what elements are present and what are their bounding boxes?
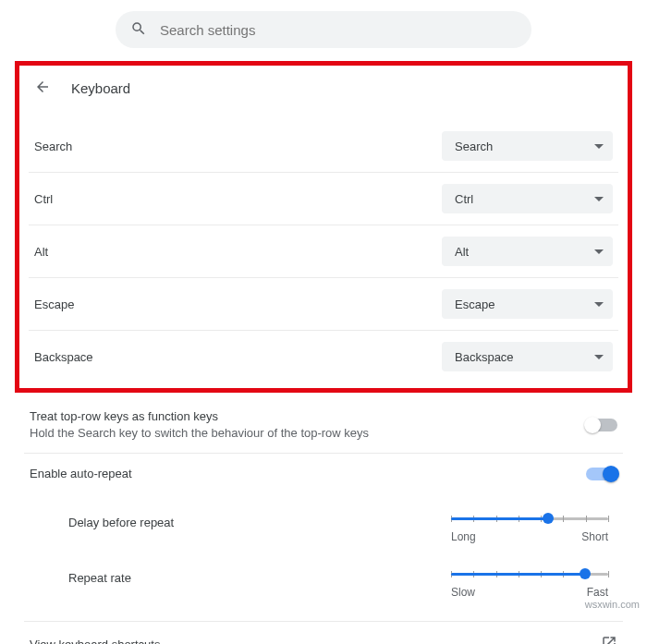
slider-left-label: Long: [451, 530, 476, 543]
back-button[interactable]: [34, 79, 51, 98]
slider-right-label: Short: [581, 530, 608, 543]
open-external-icon: [601, 635, 617, 644]
caret-down-icon: [594, 302, 604, 307]
caret-down-icon: [594, 197, 604, 201]
dropdown-value: Alt: [455, 245, 469, 259]
rate-label: Repeat rate: [30, 567, 131, 585]
toprow-subtitle: Hold the Search key to switch the behavi…: [30, 426, 369, 440]
key-row-search: Search Search: [29, 120, 618, 173]
dropdown-value: Search: [455, 140, 493, 153]
slider-thumb[interactable]: [580, 568, 591, 579]
page-title: Keyboard: [71, 80, 130, 96]
rate-slider-row: Repeat rate Slow Fast: [30, 558, 617, 614]
toggle-knob: [603, 466, 619, 482]
view-shortcuts-label: View keyboard shortcuts: [30, 638, 160, 644]
autorepeat-toggle[interactable]: [586, 468, 617, 480]
delay-slider-row: Delay before repeat Long Short: [30, 503, 617, 558]
key-select-search[interactable]: Search: [442, 131, 613, 161]
caret-down-icon: [594, 355, 604, 359]
search-input[interactable]: [160, 22, 517, 38]
toprow-title: Treat top-row keys as function keys: [30, 409, 369, 423]
slider-left-label: Slow: [451, 586, 475, 599]
search-icon: [130, 20, 147, 40]
autorepeat-row: Enable auto-repeat: [24, 454, 623, 493]
highlighted-section: Keyboard Search Search Ctrl Ctrl Alt Alt…: [15, 61, 632, 393]
key-label: Backspace: [34, 350, 93, 364]
key-label: Search: [34, 140, 72, 153]
dropdown-value: Escape: [455, 298, 494, 311]
dropdown-value: Ctrl: [455, 192, 473, 206]
dropdown-value: Backspace: [455, 350, 514, 364]
key-row-alt: Alt Alt: [29, 225, 618, 278]
toggle-knob: [584, 417, 601, 433]
key-label: Escape: [34, 298, 74, 311]
key-select-escape[interactable]: Escape: [442, 289, 613, 319]
key-label: Alt: [34, 245, 48, 259]
delay-slider[interactable]: [451, 512, 608, 525]
key-label: Ctrl: [34, 192, 53, 206]
key-select-ctrl[interactable]: Ctrl: [442, 184, 613, 213]
key-row-escape: Escape Escape: [29, 278, 618, 331]
view-shortcuts-row[interactable]: View keyboard shortcuts: [24, 622, 623, 644]
key-select-alt[interactable]: Alt: [442, 237, 613, 266]
autorepeat-title: Enable auto-repeat: [30, 467, 132, 480]
slider-thumb[interactable]: [543, 513, 554, 524]
delay-label: Delay before repeat: [30, 512, 174, 529]
key-row-ctrl: Ctrl Ctrl: [29, 173, 618, 225]
caret-down-icon: [594, 249, 604, 254]
rate-slider[interactable]: [451, 567, 608, 580]
search-bar[interactable]: [116, 11, 531, 48]
toprow-toggle[interactable]: [586, 419, 617, 431]
key-select-backspace[interactable]: Backspace: [442, 342, 613, 371]
watermark: wsxwin.com: [585, 599, 640, 610]
key-row-backspace: Backspace Backspace: [29, 331, 618, 383]
caret-down-icon: [594, 144, 604, 149]
slider-right-label: Fast: [587, 586, 608, 599]
toprow-keys-row: Treat top-row keys as function keys Hold…: [24, 396, 623, 454]
